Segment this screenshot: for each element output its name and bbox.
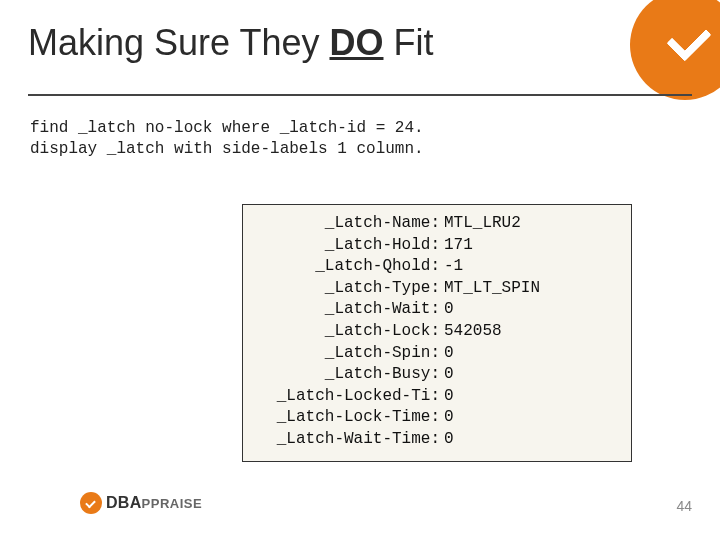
output-value: -1: [444, 256, 463, 278]
output-label: _Latch-Lock:: [255, 321, 444, 343]
output-value: 0: [444, 386, 454, 408]
output-label: _Latch-Spin:: [255, 343, 444, 365]
check-circle-icon: [80, 492, 102, 514]
code-block: find _latch no-lock where _latch-id = 24…: [30, 118, 424, 160]
output-value: 542058: [444, 321, 502, 343]
slide: Making Sure They DO Fit find _latch no-l…: [0, 0, 720, 540]
output-value: 0: [444, 429, 454, 451]
output-label: _Latch-Wait:: [255, 299, 444, 321]
output-row: _Latch-Name: MTL_LRU2: [255, 213, 619, 235]
brand-sub: PPRAISE: [142, 496, 203, 511]
output-row: _Latch-Wait: 0: [255, 299, 619, 321]
output-row: _Latch-Lock-Time: 0: [255, 407, 619, 429]
output-value: MT_LT_SPIN: [444, 278, 540, 300]
output-label: _Latch-Wait-Time:: [255, 429, 444, 451]
footer-brand: DBAPPRAISE: [80, 492, 202, 514]
output-value: 0: [444, 364, 454, 386]
output-label: _Latch-Lock-Time:: [255, 407, 444, 429]
output-box: _Latch-Name: MTL_LRU2 _Latch-Hold: 171 _…: [242, 204, 632, 462]
brand-main: DBA: [106, 494, 142, 512]
output-value: 0: [444, 343, 454, 365]
title-post: Fit: [383, 22, 433, 63]
output-row: _Latch-Type: MT_LT_SPIN: [255, 278, 619, 300]
output-row: _Latch-Spin: 0: [255, 343, 619, 365]
title-pre: Making Sure They: [28, 22, 329, 63]
output-value: MTL_LRU2: [444, 213, 521, 235]
page-number: 44: [676, 498, 692, 514]
output-label: _Latch-Hold:: [255, 235, 444, 257]
output-label: _Latch-Locked-Ti:: [255, 386, 444, 408]
output-label: _Latch-Type:: [255, 278, 444, 300]
output-label: _Latch-Busy:: [255, 364, 444, 386]
output-label: _Latch-Name:: [255, 213, 444, 235]
output-row: _Latch-Locked-Ti: 0: [255, 386, 619, 408]
output-row: _Latch-Hold: 171: [255, 235, 619, 257]
output-row: _Latch-Wait-Time: 0: [255, 429, 619, 451]
output-label: _Latch-Qhold:: [255, 256, 444, 278]
output-value: 171: [444, 235, 473, 257]
output-row: _Latch-Qhold: -1: [255, 256, 619, 278]
brand-logo-icon: [620, 0, 720, 104]
title-divider: [28, 94, 692, 96]
output-value: 0: [444, 407, 454, 429]
page-title: Making Sure They DO Fit: [28, 22, 433, 64]
output-value: 0: [444, 299, 454, 321]
output-row: _Latch-Lock: 542058: [255, 321, 619, 343]
output-row: _Latch-Busy: 0: [255, 364, 619, 386]
title-emphasis: DO: [329, 22, 383, 63]
